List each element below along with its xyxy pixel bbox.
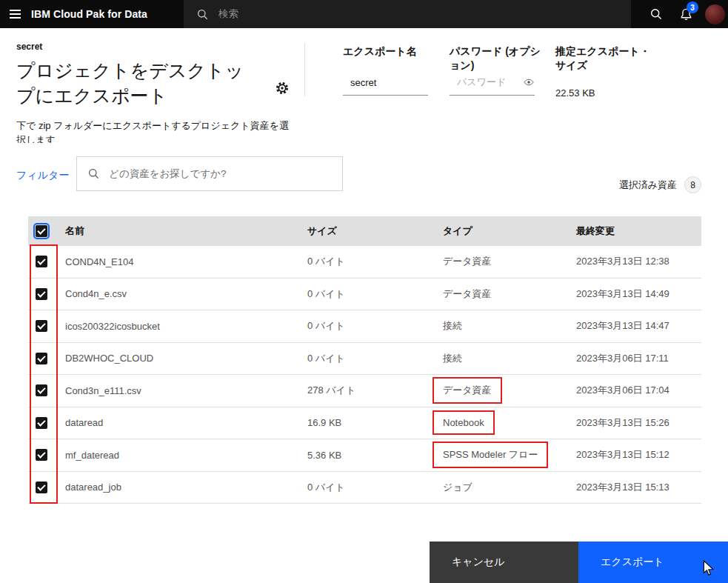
export-button[interactable]: エクスポート: [578, 542, 728, 583]
app-title[interactable]: IBM Cloud Pak for Data: [31, 0, 147, 28]
row-checkbox[interactable]: [36, 288, 47, 300]
eye-icon[interactable]: [524, 77, 534, 87]
asset-name: mf_dateread: [65, 450, 307, 461]
asset-size: 5.36 KB: [307, 450, 443, 461]
asset-name: COND4N_E104: [65, 256, 307, 267]
table-header-row: 名前 サイズ タイプ 最終変更: [28, 216, 701, 246]
column-header-name[interactable]: 名前: [65, 224, 307, 238]
export-name-field: エクスポート名 secret: [343, 44, 435, 59]
asset-search-placeholder: どの資産をお探しですか?: [109, 167, 227, 181]
export-name-label: エクスポート名: [343, 44, 435, 59]
asset-size: 278 バイト: [307, 384, 443, 397]
asset-type: データ資産: [443, 255, 492, 268]
asset-size: 0 バイト: [307, 255, 443, 268]
asset-modified: 2023年3月13日 15:12: [576, 448, 701, 462]
estimated-size-field: 推定エクスポート・サイズ 22.53 KB: [555, 44, 659, 73]
selected-assets-count-badge: 8: [684, 176, 701, 193]
table-row[interactable]: Cond3n_e111.csv 278 バイト データ資産 2023年3月06日…: [28, 375, 701, 407]
estimated-size-value: 22.53 KB: [555, 87, 595, 99]
topbar-actions: 3: [643, 0, 725, 28]
estimated-size-label: 推定エクスポート・サイズ: [555, 44, 659, 73]
asset-size: 0 バイト: [307, 287, 443, 301]
asset-size: 0 バイト: [307, 352, 443, 365]
asset-modified: 2023年3月13日 14:49: [576, 287, 701, 301]
asset-name: dataread_job: [65, 482, 307, 493]
global-search-field[interactable]: 検索: [184, 0, 631, 28]
asset-name: Cond4n_e.csv: [65, 288, 307, 299]
asset-type: データ資産: [443, 287, 492, 301]
export-project-page: IBM Cloud Pak for Data 検索 3 secret プロジェ: [0, 0, 728, 583]
search-icon: [197, 9, 208, 20]
menu-button[interactable]: [0, 0, 30, 28]
asset-modified: 2023年3月13日 14:47: [576, 319, 701, 333]
password-underline: [450, 95, 535, 96]
password-label: パスワード (オプション): [450, 44, 541, 73]
search-icon: [650, 8, 662, 20]
search-button[interactable]: [643, 0, 669, 28]
table-row[interactable]: icos200322icosbucket 0 バイト 接続 2023年3月13日…: [28, 310, 701, 343]
asset-search-field[interactable]: どの資産をお探しですか?: [76, 156, 343, 191]
row-checkbox[interactable]: [36, 320, 47, 332]
asset-modified: 2023年3月13日 15:13: [576, 481, 701, 494]
asset-size: 0 バイト: [307, 481, 443, 494]
asset-name: dataread: [65, 417, 307, 428]
row-checkbox[interactable]: [36, 384, 47, 396]
row-checkbox[interactable]: [36, 482, 47, 493]
asset-type: Notebook: [433, 410, 495, 435]
table-row[interactable]: Cond4n_e.csv 0 バイト データ資産 2023年3月13日 14:4…: [28, 279, 701, 311]
asset-name: Cond3n_e111.csv: [65, 385, 307, 396]
notifications-button[interactable]: 3: [672, 0, 699, 28]
table-row[interactable]: DB2WHOC_CLOUD 0 バイト 接続 2023年3月06日 17:11: [28, 343, 701, 376]
table-row[interactable]: mf_dateread 5.36 KB SPSS Modeler フロー 202…: [28, 439, 701, 472]
gear-icon[interactable]: [275, 81, 290, 96]
password-field: パスワード (オプション) パスワード: [450, 44, 541, 73]
avatar[interactable]: [705, 4, 725, 24]
selected-assets: 選択済み資産 8: [619, 176, 701, 193]
filter-link[interactable]: フィルター: [16, 169, 69, 182]
assets-table: 名前 サイズ タイプ 最終変更 COND4N_E104 0 バイト データ資産 …: [28, 216, 701, 504]
topbar: IBM Cloud Pak for Data 検索 3: [0, 0, 728, 28]
page-subtitle: 下で zip フォルダーにエクスポートするプロジェクト資産を選択します: [16, 119, 296, 143]
asset-name: DB2WHOC_CLOUD: [65, 353, 307, 364]
column-header-type[interactable]: タイプ: [443, 224, 576, 238]
select-all-checkbox[interactable]: [36, 225, 47, 237]
asset-modified: 2023年3月13日 12:38: [576, 255, 701, 268]
row-checkbox[interactable]: [36, 353, 47, 364]
column-header-size[interactable]: サイズ: [307, 224, 443, 238]
export-name-input[interactable]: secret: [350, 77, 376, 88]
asset-name: icos200322icosbucket: [65, 321, 307, 332]
hamburger-icon: [10, 10, 21, 19]
export-name-underline: [343, 95, 428, 96]
table-row[interactable]: dataread_job 0 バイト ジョブ 2023年3月13日 15:13: [28, 472, 701, 504]
table-row[interactable]: dataread 16.9 KB Notebook 2023年3月13日 15:…: [28, 407, 701, 440]
password-input[interactable]: パスワード: [457, 76, 506, 89]
asset-type: ジョブ: [443, 481, 472, 494]
global-search-placeholder: 検索: [218, 7, 238, 21]
asset-modified: 2023年3月06日 17:11: [576, 352, 701, 365]
page-title: プロジェクトをデスクトップにエクスポート: [16, 58, 262, 108]
notification-badge: 3: [687, 1, 698, 13]
asset-type: SPSS Modeler フロー: [433, 442, 548, 468]
header-divider: [304, 43, 305, 96]
row-checkbox[interactable]: [36, 449, 47, 461]
project-name-breadcrumb[interactable]: secret: [16, 41, 42, 52]
asset-size: 0 バイト: [307, 319, 443, 333]
row-checkbox[interactable]: [36, 417, 47, 429]
table-body: COND4N_E104 0 バイト データ資産 2023年3月13日 12:38…: [28, 246, 701, 504]
column-header-modified[interactable]: 最終変更: [576, 224, 701, 238]
table-row[interactable]: COND4N_E104 0 バイト データ資産 2023年3月13日 12:38: [28, 246, 701, 279]
asset-type: データ資産: [433, 377, 502, 404]
cancel-button[interactable]: キャンセル: [430, 542, 578, 583]
asset-modified: 2023年3月13日 15:26: [576, 416, 701, 430]
asset-size: 16.9 KB: [307, 417, 443, 428]
asset-modified: 2023年3月06日 17:04: [576, 384, 701, 397]
asset-type: 接続: [443, 319, 462, 333]
selected-assets-label: 選択済み資産: [619, 179, 677, 192]
row-checkbox[interactable]: [36, 256, 47, 267]
asset-type: 接続: [443, 352, 462, 365]
search-icon: [88, 168, 99, 179]
